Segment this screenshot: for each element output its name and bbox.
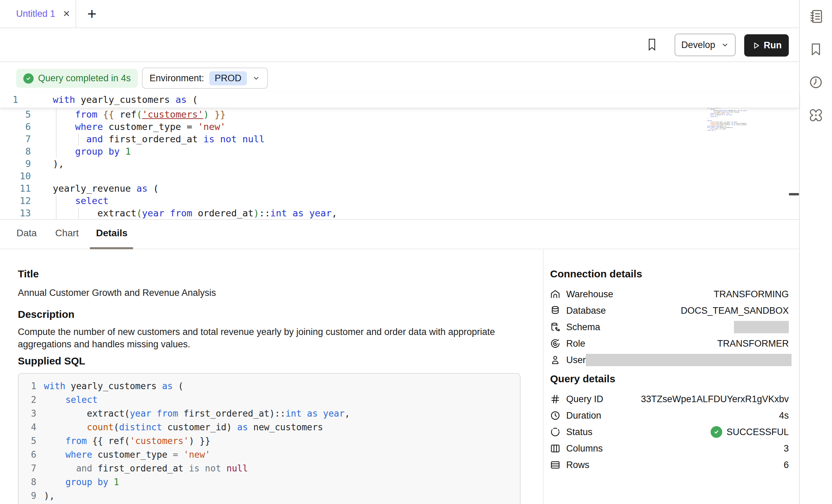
hash-icon — [550, 394, 560, 404]
user-icon — [550, 355, 560, 365]
row-value: 6 — [784, 460, 789, 470]
clock-icon — [808, 75, 823, 90]
row-label: Columns — [566, 443, 603, 454]
connection-details-heading: Connection details — [550, 268, 789, 280]
right-sidebar — [800, 0, 832, 504]
lineage-icon — [808, 107, 824, 123]
develop-label: Develop — [681, 40, 715, 50]
tab-data[interactable]: Data — [16, 228, 37, 239]
query-status-badge: Query completed in 4s — [16, 69, 138, 88]
clock-icon — [550, 410, 560, 421]
row-label: User — [566, 355, 586, 365]
row-value: TRANSFORMING — [714, 289, 789, 300]
query-status-text: Query completed in 4s — [38, 73, 131, 84]
query-row-rows: Rows 6 — [550, 458, 789, 472]
app-window: Untitled 1 ✕ + Develop Run Query complet… — [0, 0, 832, 504]
query-details-heading: Query details — [550, 373, 789, 385]
status-value: SUCCESSFUL — [726, 427, 789, 437]
chevron-down-icon — [721, 41, 729, 49]
notebook-icon — [808, 9, 824, 24]
environment-selector[interactable]: Environment: PROD — [142, 68, 268, 89]
row-label: Warehouse — [566, 289, 613, 300]
details-panel-divider — [543, 250, 544, 504]
rows-icon — [550, 460, 560, 470]
sidebar-lineage-button[interactable] — [800, 99, 832, 131]
database-icon — [550, 305, 560, 316]
new-tab-button[interactable]: + — [82, 0, 102, 27]
run-label: Run — [764, 40, 782, 51]
redacted-value — [586, 354, 792, 366]
row-value: 3 — [784, 443, 789, 454]
row-label: Database — [566, 305, 606, 316]
query-row-status: Status SUCCESSFUL — [550, 425, 789, 439]
chevron-down-icon — [252, 74, 260, 82]
sql-editor[interactable]: 5 from {{ ref('customers') }}6 where cus… — [0, 108, 799, 219]
close-icon[interactable]: ✕ — [63, 9, 70, 18]
query-row-duration: Duration 4s — [550, 409, 789, 422]
sidebar-bookmark-button[interactable] — [800, 33, 832, 65]
success-check-icon — [711, 426, 722, 438]
scrollbar-thumb[interactable] — [789, 193, 799, 195]
bookmark-icon — [809, 42, 823, 57]
bookmark-icon — [647, 38, 657, 51]
connection-row-schema: Schema — [550, 320, 789, 334]
active-tab-underline — [90, 247, 133, 249]
connection-row-role: Role TRANSFORMER — [550, 337, 789, 350]
connection-row-user: User — [550, 353, 789, 367]
tab-details[interactable]: Details — [96, 228, 128, 239]
row-value: TRANSFORMER — [717, 338, 789, 349]
editor-sticky-line: 1with yearly_customers as ( — [0, 92, 799, 108]
details-side-panel: Connection details Warehouse TRANSFORMIN… — [550, 256, 789, 475]
title-heading: Title — [18, 268, 525, 280]
sidebar-history-button[interactable] — [800, 66, 832, 98]
row-label: Duration — [566, 410, 601, 421]
supplied-sql-heading: Supplied SQL — [18, 355, 525, 367]
query-row-id: Query ID 33TZseWpe1ALFDUYerxR1gVKxbv — [550, 392, 789, 406]
row-label: Role — [566, 338, 585, 349]
tab-label: Untitled 1 — [16, 9, 55, 19]
title-value: Annual Customer Growth and Revenue Analy… — [18, 287, 525, 299]
redacted-value — [734, 321, 789, 333]
environment-label: Environment: — [150, 73, 204, 84]
row-label: Status — [566, 427, 593, 437]
row-label: Query ID — [566, 394, 603, 405]
description-heading: Description — [18, 309, 525, 320]
tab-chart[interactable]: Chart — [55, 228, 79, 239]
details-content: Title Annual Customer Growth and Revenue… — [18, 256, 525, 504]
role-icon — [550, 338, 560, 349]
tab-divider — [75, 0, 76, 27]
schema-icon — [550, 322, 560, 332]
environment-value-badge: PROD — [209, 71, 247, 85]
sidebar-notebook-button[interactable] — [800, 0, 832, 33]
row-value: 4s — [779, 410, 789, 421]
tab-untitled-1[interactable]: Untitled 1 ✕ — [0, 0, 75, 27]
loader-circle-icon — [550, 427, 560, 437]
connection-row-database: Database DOCS_TEAM_SANDBOX — [550, 304, 789, 317]
tabbar-divider — [0, 27, 799, 28]
row-value: DOCS_TEAM_SANDBOX — [681, 305, 789, 316]
row-label: Schema — [566, 322, 600, 333]
bookmark-button[interactable] — [645, 36, 658, 53]
row-value: 33TZseWpe1ALFDUYerxR1gVKxbv — [641, 394, 789, 405]
supplied-sql-code: 1with yearly_customers as (2 select3 ext… — [18, 373, 521, 504]
editor-sticky-code: 1with yearly_customers as ( — [0, 92, 799, 107]
warehouse-icon — [550, 289, 560, 299]
row-label: Rows — [566, 460, 590, 470]
check-circle-icon — [23, 73, 34, 84]
run-button[interactable]: Run — [744, 34, 789, 57]
columns-icon — [550, 443, 560, 454]
play-icon — [751, 41, 760, 50]
query-row-columns: Columns 3 — [550, 442, 789, 455]
toolbar-divider — [0, 61, 799, 62]
connection-row-warehouse: Warehouse TRANSFORMING — [550, 287, 789, 301]
develop-dropdown[interactable]: Develop — [675, 34, 736, 56]
tab-bar: Untitled 1 ✕ + — [0, 0, 799, 27]
description-value: Compute the number of new customers and … — [18, 326, 498, 350]
